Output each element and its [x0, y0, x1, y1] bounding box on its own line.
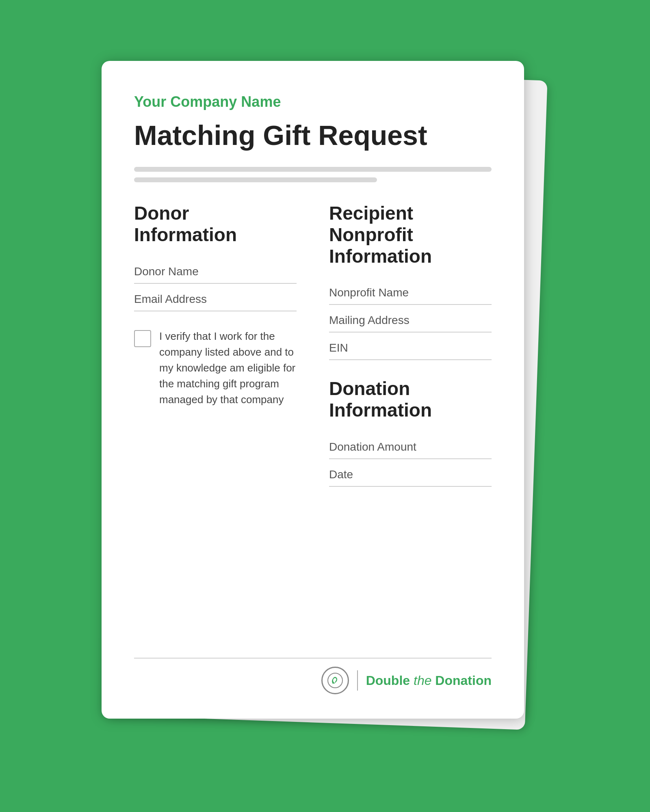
company-name: Your Company Name	[134, 93, 492, 110]
footer-brand-text: Double the Donation	[366, 673, 492, 688]
form-title: Matching Gift Request	[134, 120, 492, 151]
nonprofit-name-label: Nonprofit Name	[329, 286, 409, 299]
page-wrapper: Your Company Name Matching Gift Request …	[102, 61, 548, 751]
mailing-address-field[interactable]: Mailing Address	[329, 307, 492, 333]
donor-name-field[interactable]: Donor Name	[134, 258, 297, 284]
email-address-field[interactable]: Email Address	[134, 285, 297, 311]
nonprofit-section-title: Recipient Nonprofit Information	[329, 203, 492, 267]
ein-label: EIN	[329, 341, 348, 354]
date-label: Date	[329, 468, 353, 481]
svg-point-0	[328, 673, 342, 688]
progress-bar-full	[134, 167, 492, 172]
date-field[interactable]: Date	[329, 461, 492, 487]
verify-checkbox[interactable]	[134, 330, 151, 347]
donation-amount-label: Donation Amount	[329, 441, 416, 453]
paper-main: Your Company Name Matching Gift Request …	[102, 61, 524, 719]
nonprofit-column: Recipient Nonprofit Information Nonprofi…	[329, 203, 492, 658]
logo-icon	[327, 672, 343, 689]
progress-bars	[134, 167, 492, 182]
double-donation-logo	[321, 667, 349, 694]
donation-amount-field[interactable]: Donation Amount	[329, 433, 492, 459]
donor-section-title: Donor Information	[134, 203, 297, 246]
ein-field[interactable]: EIN	[329, 334, 492, 360]
form-columns: Donor Information Donor Name Email Addre…	[134, 203, 492, 658]
checkbox-row[interactable]: I verify that I work for the company lis…	[134, 324, 297, 412]
email-address-label: Email Address	[134, 293, 207, 305]
footer-divider	[357, 670, 358, 691]
progress-bar-partial	[134, 177, 377, 182]
donor-column: Donor Information Donor Name Email Addre…	[134, 203, 297, 658]
donation-section-title: Donation Information	[329, 378, 492, 421]
checkbox-text: I verify that I work for the company lis…	[159, 328, 297, 408]
nonprofit-name-field[interactable]: Nonprofit Name	[329, 279, 492, 305]
donor-name-label: Donor Name	[134, 265, 199, 278]
footer: Double the Donation	[134, 658, 492, 694]
mailing-address-label: Mailing Address	[329, 314, 410, 326]
